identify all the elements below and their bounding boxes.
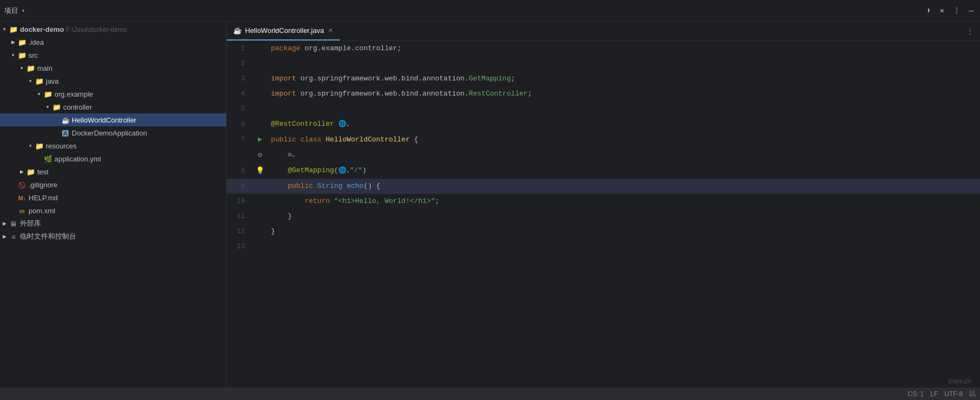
navigate-up-icon[interactable]: ⬆: [924, 5, 933, 16]
code-content-6: @RestController 🌐⌄: [267, 117, 350, 132]
tree-icon-HELP-md: M↓: [17, 194, 27, 202]
top-bar-icons: ⬆ ✕ ⋮ —: [924, 5, 976, 16]
sidebar: ▾📁docker-demo F:\Java\docker-demo▶📁.idea…: [0, 22, 227, 387]
tree-label-application-yml: application.yml: [55, 155, 101, 163]
tree-arrow-tmp-files[interactable]: ▶: [0, 234, 9, 239]
sidebar-item-resources[interactable]: ▾📁resources: [0, 139, 226, 152]
tab-java-icon: ☕: [233, 26, 242, 35]
main-layout: ▾📁docker-demo F:\Java\docker-demo▶📁.idea…: [0, 22, 980, 387]
line-number-3: 3: [227, 71, 254, 86]
tree-icon-controller: 📁: [52, 103, 62, 111]
sidebar-item-DockerDemoApplication[interactable]: ADockerDemoApplication: [0, 126, 226, 139]
line-number-11: 11: [227, 209, 254, 224]
tree-arrow-controller[interactable]: ▾: [43, 104, 52, 110]
tree-label-main: main: [37, 64, 52, 72]
sidebar-item-HelloWorldController[interactable]: ☕HelloWorldController: [0, 113, 226, 126]
sidebar-item-gitignore[interactable]: 🚫.gitignore: [0, 178, 226, 191]
code-lines: 1package org.example.controller;23import…: [227, 41, 980, 387]
tree-arrow-external-libs[interactable]: ▶: [0, 221, 9, 226]
tab-hello-world-controller[interactable]: ☕ HelloWorldController.java ✕: [227, 22, 340, 40]
tree-label-external-libs: 外部库: [20, 219, 41, 228]
tree-arrow-java[interactable]: ▾: [26, 78, 35, 84]
line-number-6: 6: [227, 117, 254, 132]
line-number-8: 8: [227, 164, 254, 179]
code-line-13: 13: [227, 239, 980, 254]
code-line-10: 10 return "<h1>Hello, World!</h1>";: [227, 194, 980, 209]
code-editor[interactable]: 1package org.example.controller;23import…: [227, 41, 980, 387]
more-icon[interactable]: ⋮: [951, 5, 963, 16]
code-line-1: 1package org.example.controller;: [227, 41, 980, 56]
tree-arrow-idea[interactable]: ▶: [9, 39, 17, 45]
project-label[interactable]: 项目: [4, 6, 18, 16]
code-line-2: 2: [227, 56, 980, 71]
tree-arrow-src[interactable]: ▾: [9, 52, 17, 58]
tree-icon-main: 📁: [26, 64, 36, 72]
code-content-11: }: [267, 209, 292, 224]
code-content-8: @GetMapping(🌐⌄"/"): [267, 163, 366, 179]
tab-bar-right: ⋮: [964, 22, 980, 40]
minimize-icon[interactable]: —: [967, 5, 976, 16]
tree-arrow-docker-demo[interactable]: ▾: [0, 26, 9, 32]
code-line-5: 5: [227, 101, 980, 117]
tree-label-HelloWorldController: HelloWorldController: [72, 116, 137, 124]
sidebar-item-java[interactable]: ▾📁java: [0, 74, 226, 87]
line-number-5: 5: [227, 101, 254, 117]
tree-label-src: src: [29, 51, 38, 59]
tree-icon-external-libs: 🏛: [9, 220, 18, 228]
code-content-4: import org.springframework.web.bind.anno…: [267, 86, 532, 101]
tree-icon-resources: 📁: [35, 142, 44, 150]
watermark: znwx.cn: [948, 377, 971, 385]
tree-label-tmp-files: 临时文件和控制台: [20, 232, 76, 241]
project-chevron-icon[interactable]: ▾: [22, 8, 25, 14]
tree-icon-idea: 📁: [17, 38, 27, 46]
sidebar-item-docker-demo[interactable]: ▾📁docker-demo F:\Java\docker-demo: [0, 23, 226, 36]
status-item[interactable]: UTF-8: [944, 390, 963, 398]
run-icon[interactable]: ▶: [258, 132, 262, 147]
sidebar-item-src[interactable]: ▾📁src: [0, 49, 226, 62]
tree-label-HELP-md: HELP.md: [29, 194, 58, 202]
editor-area: ☕ HelloWorldController.java ✕ ⋮ 1package…: [227, 22, 980, 387]
sidebar-item-test[interactable]: ▶📁test: [0, 165, 226, 178]
tree-icon-docker-demo: 📁: [9, 25, 18, 33]
sidebar-item-idea[interactable]: ▶📁.idea: [0, 36, 226, 49]
code-line-11: 11 }: [227, 209, 980, 224]
tree-icon-tmp-files: ≡: [9, 233, 18, 241]
sidebar-item-pom-xml[interactable]: mpom.xml: [0, 204, 226, 217]
tree-icon-src: 📁: [17, 51, 27, 59]
line-number-9: 9: [227, 179, 254, 194]
tree-arrow-org-example[interactable]: ▾: [35, 91, 43, 97]
tab-bar-more-icon[interactable]: ⋮: [964, 26, 976, 37]
tree-label-DockerDemoApplication: DockerDemoApplication: [72, 129, 147, 137]
sidebar-item-application-yml[interactable]: 🌿application.yml: [0, 152, 226, 165]
sidebar-item-external-libs[interactable]: ▶🏛外部库: [0, 217, 226, 230]
line-gutter-8: 💡: [254, 164, 267, 179]
tree-arrow-test[interactable]: ▶: [17, 169, 26, 174]
code-line-8: 8💡 @GetMapping(🌐⌄"/"): [227, 163, 980, 179]
tab-bar: ☕ HelloWorldController.java ✕ ⋮: [227, 22, 980, 41]
tab-close-icon[interactable]: ✕: [328, 27, 333, 34]
status-item[interactable]: LF: [930, 390, 938, 398]
sidebar-item-tmp-files[interactable]: ▶≡临时文件和控制台: [0, 230, 226, 243]
line-number-1: 1: [227, 41, 254, 56]
close-icon[interactable]: ✕: [937, 5, 946, 16]
hint-icon[interactable]: 💡: [256, 164, 264, 179]
tree-arrow-resources[interactable]: ▾: [26, 143, 35, 148]
status-item[interactable]: CS: 1: [908, 390, 924, 398]
code-line-gear: ⚙ ⚙⌄: [227, 147, 980, 163]
code-content-7: public class HelloWorldController {: [267, 132, 418, 147]
sidebar-item-HELP-md[interactable]: M↓HELP.md: [0, 191, 226, 204]
tree-icon-HelloWorldController: ☕: [60, 116, 70, 124]
tree-label-idea: .idea: [29, 38, 44, 46]
sidebar-item-org-example[interactable]: ▾📁org.example: [0, 87, 226, 100]
tree-arrow-main[interactable]: ▾: [17, 65, 26, 71]
sidebar-item-controller[interactable]: ▾📁controller: [0, 100, 226, 113]
top-bar: 项目 ▾ ⬆ ✕ ⋮ —: [0, 0, 980, 22]
status-item[interactable]: 以: [969, 389, 976, 398]
line-number-10: 10: [227, 194, 254, 209]
line-number-7: 7: [227, 132, 254, 147]
tree-label-gitignore: .gitignore: [29, 181, 57, 189]
sidebar-item-main[interactable]: ▾📁main: [0, 62, 226, 74]
code-line-12: 12}: [227, 224, 980, 239]
tree-label-java: java: [46, 77, 59, 85]
tree-icon-pom-xml: m: [17, 207, 27, 215]
